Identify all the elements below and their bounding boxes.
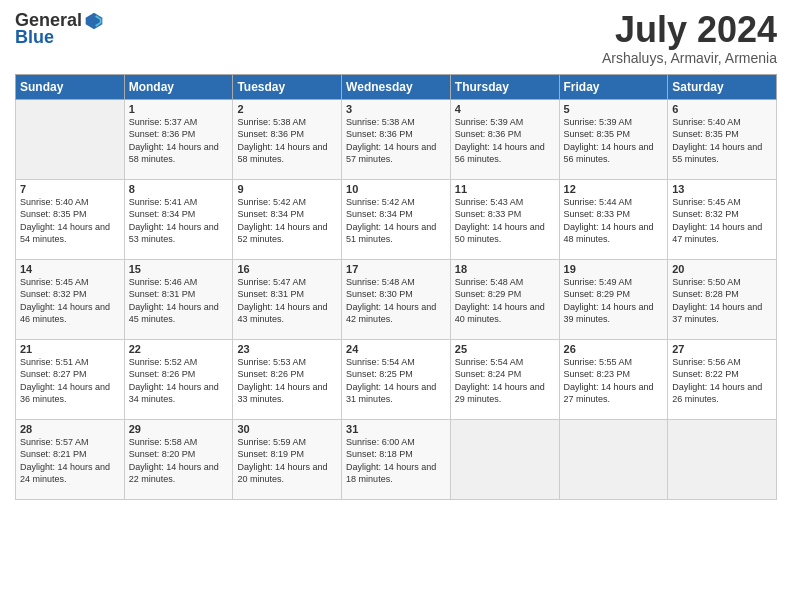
day-number: 20 [672,263,772,275]
sunset-text: Sunset: 8:19 PM [237,448,337,461]
daylight-text: Daylight: 14 hours and 20 minutes. [237,461,337,486]
day-number: 26 [564,343,664,355]
day-cell: 12 Sunrise: 5:44 AM Sunset: 8:33 PM Dayl… [559,179,668,259]
day-info: Sunrise: 5:38 AM Sunset: 8:36 PM Dayligh… [346,116,446,166]
day-info: Sunrise: 5:40 AM Sunset: 8:35 PM Dayligh… [20,196,120,246]
sunrise-text: Sunrise: 5:57 AM [20,436,120,449]
day-number: 11 [455,183,555,195]
header-friday: Friday [559,74,668,99]
daylight-text: Daylight: 14 hours and 57 minutes. [346,141,446,166]
location: Arshaluys, Armavir, Armenia [602,50,777,66]
day-cell: 9 Sunrise: 5:42 AM Sunset: 8:34 PM Dayli… [233,179,342,259]
day-cell: 8 Sunrise: 5:41 AM Sunset: 8:34 PM Dayli… [124,179,233,259]
day-number: 14 [20,263,120,275]
daylight-text: Daylight: 14 hours and 46 minutes. [20,301,120,326]
sunrise-text: Sunrise: 5:39 AM [564,116,664,129]
day-number: 30 [237,423,337,435]
sunset-text: Sunset: 8:36 PM [346,128,446,141]
day-cell: 28 Sunrise: 5:57 AM Sunset: 8:21 PM Dayl… [16,419,125,499]
daylight-text: Daylight: 14 hours and 47 minutes. [672,221,772,246]
day-number: 24 [346,343,446,355]
day-number: 21 [20,343,120,355]
sunset-text: Sunset: 8:26 PM [129,368,229,381]
sunrise-text: Sunrise: 5:46 AM [129,276,229,289]
daylight-text: Daylight: 14 hours and 22 minutes. [129,461,229,486]
day-cell: 29 Sunrise: 5:58 AM Sunset: 8:20 PM Dayl… [124,419,233,499]
sunrise-text: Sunrise: 5:38 AM [237,116,337,129]
day-info: Sunrise: 5:48 AM Sunset: 8:30 PM Dayligh… [346,276,446,326]
day-info: Sunrise: 5:50 AM Sunset: 8:28 PM Dayligh… [672,276,772,326]
sunset-text: Sunset: 8:29 PM [455,288,555,301]
day-number: 28 [20,423,120,435]
sunrise-text: Sunrise: 5:45 AM [20,276,120,289]
sunset-text: Sunset: 8:36 PM [129,128,229,141]
daylight-text: Daylight: 14 hours and 56 minutes. [455,141,555,166]
day-number: 3 [346,103,446,115]
day-info: Sunrise: 5:48 AM Sunset: 8:29 PM Dayligh… [455,276,555,326]
day-info: Sunrise: 5:39 AM Sunset: 8:35 PM Dayligh… [564,116,664,166]
day-info: Sunrise: 5:47 AM Sunset: 8:31 PM Dayligh… [237,276,337,326]
day-number: 12 [564,183,664,195]
day-cell: 3 Sunrise: 5:38 AM Sunset: 8:36 PM Dayli… [342,99,451,179]
sunrise-text: Sunrise: 5:48 AM [346,276,446,289]
day-info: Sunrise: 5:52 AM Sunset: 8:26 PM Dayligh… [129,356,229,406]
day-cell: 20 Sunrise: 5:50 AM Sunset: 8:28 PM Dayl… [668,259,777,339]
day-cell: 24 Sunrise: 5:54 AM Sunset: 8:25 PM Dayl… [342,339,451,419]
daylight-text: Daylight: 14 hours and 24 minutes. [20,461,120,486]
sunrise-text: Sunrise: 5:59 AM [237,436,337,449]
page: General Blue July 2024 Arshaluys, Armavi… [0,0,792,612]
day-info: Sunrise: 5:39 AM Sunset: 8:36 PM Dayligh… [455,116,555,166]
day-number: 17 [346,263,446,275]
sunset-text: Sunset: 8:34 PM [237,208,337,221]
day-number: 13 [672,183,772,195]
day-info: Sunrise: 5:42 AM Sunset: 8:34 PM Dayligh… [237,196,337,246]
day-cell: 13 Sunrise: 5:45 AM Sunset: 8:32 PM Dayl… [668,179,777,259]
day-info: Sunrise: 5:42 AM Sunset: 8:34 PM Dayligh… [346,196,446,246]
daylight-text: Daylight: 14 hours and 31 minutes. [346,381,446,406]
daylight-text: Daylight: 14 hours and 37 minutes. [672,301,772,326]
header-row: Sunday Monday Tuesday Wednesday Thursday… [16,74,777,99]
sunset-text: Sunset: 8:30 PM [346,288,446,301]
daylight-text: Daylight: 14 hours and 29 minutes. [455,381,555,406]
daylight-text: Daylight: 14 hours and 27 minutes. [564,381,664,406]
daylight-text: Daylight: 14 hours and 54 minutes. [20,221,120,246]
sunrise-text: Sunrise: 5:54 AM [346,356,446,369]
day-number: 16 [237,263,337,275]
daylight-text: Daylight: 14 hours and 50 minutes. [455,221,555,246]
sunrise-text: Sunrise: 5:38 AM [346,116,446,129]
sunrise-text: Sunrise: 5:43 AM [455,196,555,209]
day-cell: 14 Sunrise: 5:45 AM Sunset: 8:32 PM Dayl… [16,259,125,339]
daylight-text: Daylight: 14 hours and 39 minutes. [564,301,664,326]
day-number: 1 [129,103,229,115]
day-cell: 2 Sunrise: 5:38 AM Sunset: 8:36 PM Dayli… [233,99,342,179]
sunset-text: Sunset: 8:29 PM [564,288,664,301]
day-cell: 27 Sunrise: 5:56 AM Sunset: 8:22 PM Dayl… [668,339,777,419]
sunrise-text: Sunrise: 5:54 AM [455,356,555,369]
daylight-text: Daylight: 14 hours and 55 minutes. [672,141,772,166]
daylight-text: Daylight: 14 hours and 42 minutes. [346,301,446,326]
daylight-text: Daylight: 14 hours and 33 minutes. [237,381,337,406]
sunset-text: Sunset: 8:36 PM [237,128,337,141]
week-row-2: 14 Sunrise: 5:45 AM Sunset: 8:32 PM Dayl… [16,259,777,339]
day-cell: 15 Sunrise: 5:46 AM Sunset: 8:31 PM Dayl… [124,259,233,339]
day-cell: 18 Sunrise: 5:48 AM Sunset: 8:29 PM Dayl… [450,259,559,339]
day-number: 19 [564,263,664,275]
day-cell [450,419,559,499]
daylight-text: Daylight: 14 hours and 36 minutes. [20,381,120,406]
day-cell: 30 Sunrise: 5:59 AM Sunset: 8:19 PM Dayl… [233,419,342,499]
month-year: July 2024 [602,10,777,50]
sunrise-text: Sunrise: 5:48 AM [455,276,555,289]
sunrise-text: Sunrise: 5:50 AM [672,276,772,289]
sunrise-text: Sunrise: 5:40 AM [672,116,772,129]
calendar-table: Sunday Monday Tuesday Wednesday Thursday… [15,74,777,500]
header-thursday: Thursday [450,74,559,99]
day-cell: 7 Sunrise: 5:40 AM Sunset: 8:35 PM Dayli… [16,179,125,259]
day-cell: 25 Sunrise: 5:54 AM Sunset: 8:24 PM Dayl… [450,339,559,419]
day-number: 18 [455,263,555,275]
day-number: 6 [672,103,772,115]
sunrise-text: Sunrise: 5:52 AM [129,356,229,369]
day-info: Sunrise: 5:37 AM Sunset: 8:36 PM Dayligh… [129,116,229,166]
sunset-text: Sunset: 8:26 PM [237,368,337,381]
day-cell: 1 Sunrise: 5:37 AM Sunset: 8:36 PM Dayli… [124,99,233,179]
day-info: Sunrise: 5:41 AM Sunset: 8:34 PM Dayligh… [129,196,229,246]
